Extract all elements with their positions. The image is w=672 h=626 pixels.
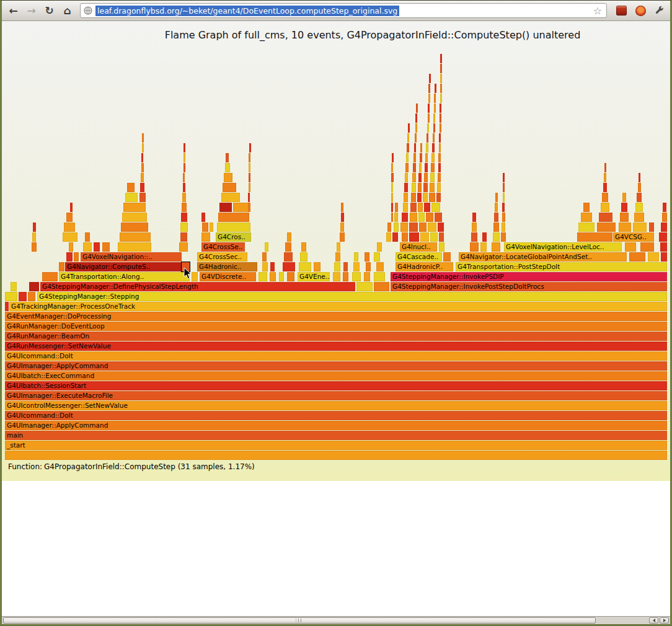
flame-frame[interactable] [180, 223, 188, 232]
flame-frame[interactable] [249, 153, 250, 162]
flame-frame[interactable] [405, 173, 408, 182]
flame-frame[interactable] [648, 252, 659, 262]
flame-frame[interactable] [183, 143, 185, 152]
flame-frame[interactable] [283, 262, 295, 271]
flame-frame[interactable] [472, 223, 477, 232]
flame-frame[interactable] [201, 213, 205, 222]
flame-frame[interactable] [424, 173, 428, 182]
flame-frame[interactable]: G4UIcommand::DoIt [5, 411, 667, 420]
flame-frame[interactable] [649, 223, 654, 232]
flame-frame[interactable] [620, 213, 629, 222]
flame-frame[interactable] [202, 223, 208, 232]
flame-frame[interactable] [120, 232, 151, 242]
flame-frame[interactable] [335, 252, 340, 262]
flame-frame[interactable]: G4UImanager::ExecuteMacroFile [5, 391, 667, 400]
flame-frame[interactable] [412, 183, 416, 192]
flame-frame[interactable] [285, 242, 291, 252]
flame-frame[interactable] [482, 232, 487, 242]
flame-frame[interactable]: G4TrackingManager::ProcessOneTrack [9, 302, 667, 311]
flame-frame[interactable] [439, 133, 441, 143]
flame-frame[interactable] [223, 183, 236, 192]
flame-frame[interactable] [270, 272, 276, 281]
flame-frame[interactable] [633, 223, 647, 232]
flame-frame[interactable]: G4SteppingManager::InvokePSDIP [391, 272, 667, 281]
flame-frame[interactable] [5, 451, 667, 460]
flame-frame[interactable] [287, 272, 294, 281]
flame-frame[interactable] [11, 282, 17, 291]
extension-circle-icon[interactable] [635, 6, 646, 16]
flame-frame[interactable] [405, 163, 409, 172]
flame-frame[interactable] [122, 213, 147, 222]
flame-frame[interactable] [59, 262, 64, 271]
flame-frame[interactable] [502, 223, 505, 232]
flame-frame[interactable] [638, 183, 641, 192]
flame-frame[interactable] [621, 203, 627, 212]
flame-frame[interactable] [430, 232, 438, 242]
flame-frame[interactable] [183, 173, 185, 182]
flame-frame[interactable] [353, 262, 360, 271]
flame-frame[interactable] [431, 203, 440, 212]
flame-frame[interactable]: G4Cros.. [216, 232, 251, 242]
flame-frame[interactable] [431, 163, 435, 172]
bookmark-star-icon[interactable]: ☆ [592, 5, 603, 17]
flame-frame[interactable] [470, 242, 479, 252]
flame-frame[interactable] [221, 193, 240, 202]
flame-frame[interactable] [415, 123, 417, 133]
flame-frame[interactable] [659, 232, 667, 242]
flame-frame[interactable] [440, 84, 442, 93]
flame-frame[interactable] [69, 242, 73, 252]
flame-frame[interactable] [407, 133, 409, 143]
flame-frame[interactable] [343, 262, 348, 271]
flame-frame[interactable] [472, 213, 476, 222]
flame-frame[interactable] [284, 252, 293, 262]
flame-frame[interactable] [583, 203, 590, 212]
flame-frame[interactable] [430, 173, 435, 182]
flame-frame[interactable] [428, 84, 430, 93]
flame-frame[interactable] [435, 84, 436, 93]
flame-frame[interactable] [300, 252, 307, 262]
flame-frame[interactable]: G4Transportation::Along.. [59, 272, 190, 281]
flame-frame[interactable] [394, 213, 398, 222]
flame-frame[interactable] [440, 104, 441, 113]
scroll-left-button[interactable] [649, 617, 658, 624]
flame-frame[interactable] [85, 232, 90, 242]
flame-frame[interactable] [495, 193, 498, 202]
flame-frame[interactable] [433, 133, 435, 143]
flame-frame[interactable]: G4Cascade.. [396, 252, 442, 262]
flame-frame[interactable] [431, 153, 435, 162]
flame-frame[interactable] [279, 272, 284, 281]
flame-frame[interactable] [387, 223, 391, 232]
flame-frame[interactable] [502, 203, 505, 212]
home-button[interactable]: ⌂ [59, 2, 76, 19]
flame-frame[interactable] [180, 232, 187, 242]
flame-frame[interactable] [354, 252, 358, 262]
flame-frame[interactable] [492, 242, 500, 252]
flame-frame[interactable] [439, 232, 444, 242]
flame-frame[interactable] [410, 203, 417, 212]
flame-frame[interactable] [28, 292, 35, 301]
flame-frame[interactable] [419, 163, 422, 172]
flame-frame[interactable] [341, 213, 344, 222]
flame-frame[interactable] [418, 203, 423, 212]
flame-frame[interactable] [502, 213, 505, 222]
flame-frame[interactable] [142, 133, 144, 143]
flame-frame[interactable] [581, 213, 592, 222]
flame-frame[interactable] [395, 203, 398, 212]
flame-frame[interactable] [182, 262, 190, 271]
flame-frame[interactable] [314, 262, 321, 271]
flame-frame[interactable] [402, 232, 408, 242]
flame-frame[interactable] [29, 282, 39, 291]
flame-frame[interactable] [403, 203, 408, 212]
flame-frame[interactable] [438, 153, 441, 162]
flame-frame[interactable] [625, 242, 636, 252]
flame-frame[interactable] [141, 153, 143, 162]
flame-frame[interactable] [32, 232, 36, 242]
flame-frame[interactable] [394, 223, 399, 232]
flame-frame[interactable] [427, 133, 428, 143]
flame-frame[interactable]: G4UIbatch::SessionStart [5, 381, 667, 390]
flame-frame[interactable] [217, 223, 250, 232]
flame-frame[interactable] [433, 113, 435, 123]
flame-frame[interactable] [432, 143, 435, 152]
flame-frame[interactable] [33, 223, 36, 232]
flame-frame[interactable] [410, 213, 417, 222]
